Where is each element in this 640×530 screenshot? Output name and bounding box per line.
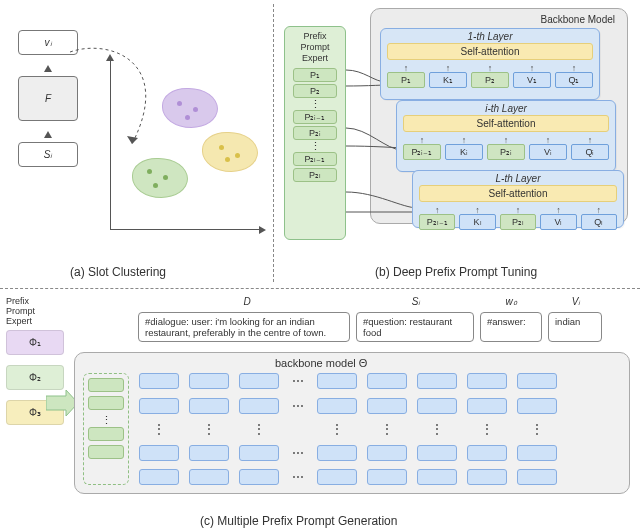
arrow-icon — [44, 65, 52, 72]
slot-Q: Qᵢ — [571, 144, 609, 160]
token — [517, 469, 557, 485]
token — [467, 373, 507, 389]
cluster-green — [132, 158, 188, 198]
slot-row: P₁ K₁ P₂ V₁ Q₁ — [381, 72, 599, 88]
token — [239, 445, 279, 461]
caption-a: (a) Slot Clustering — [70, 265, 166, 279]
expert-slot: P₂ₗ₋₁ — [293, 152, 337, 166]
label-D: D — [138, 296, 356, 307]
token — [317, 373, 357, 389]
grid-row: ⋯ — [139, 398, 621, 414]
cluster-purple — [162, 88, 218, 128]
prefix-expert-title: PrefixPromptExpert — [289, 31, 341, 64]
panel-b-deep-prefix: Backbone Model PrefixPromptExpert P₁ P₂ … — [280, 0, 638, 282]
token — [367, 373, 407, 389]
slot-P: P₂ᵢ — [487, 144, 525, 160]
slot-row: P₂ᵢ₋₁ Kᵢ P₂ᵢ Vᵢ Qᵢ — [397, 144, 615, 160]
divider-vertical — [273, 4, 274, 282]
token — [367, 445, 407, 461]
layer-1: 1-th Layer Self-attention ↑↑↑↑↑ P₁ K₁ P₂… — [380, 28, 600, 100]
expert-slot: P₂ₗ — [293, 168, 337, 182]
token — [467, 398, 507, 414]
label-V: Vᵢ — [546, 296, 606, 307]
slot-P: P₂ₗ — [500, 214, 536, 230]
label-S: Sᵢ — [356, 296, 476, 307]
slot-Q: Qₗ — [581, 214, 617, 230]
token — [239, 398, 279, 414]
token — [467, 469, 507, 485]
scatter-axes — [110, 60, 260, 230]
input-labels: D Sᵢ w₀ Vᵢ — [138, 296, 628, 307]
grid-vdot-row: ⋮⋮⋮ ⋮⋮⋮⋮⋮ — [139, 422, 621, 436]
arrow-row: ↑↑↑↑↑ — [397, 136, 615, 144]
slot-P: P₂ₗ₋₁ — [419, 214, 455, 230]
hdots: ⋯ — [289, 446, 307, 460]
caption-c: (c) Multiple Prefix Prompt Generation — [200, 514, 397, 528]
prefix-slot — [88, 427, 124, 441]
expert-slot: P₂ᵢ — [293, 126, 337, 140]
token — [417, 469, 457, 485]
slot-V: Vᵢ — [529, 144, 567, 160]
input-value: indian — [548, 312, 602, 342]
prefix-prompt-expert: PrefixPromptExpert P₁ P₂ ⋮ P₂ᵢ₋₁ P₂ᵢ ⋮ P… — [284, 26, 346, 240]
arrow-row: ↑↑↑↑↑ — [381, 64, 599, 72]
prefix-slot — [88, 445, 124, 459]
token — [139, 373, 179, 389]
divider-horizontal — [0, 288, 640, 289]
slot-K: Kᵢ — [445, 144, 483, 160]
vdots: ⋮ — [289, 142, 341, 150]
input-dialogue: #dialogue: user: i'm looking for an indi… — [138, 312, 350, 342]
slot-K: K₁ — [429, 72, 467, 88]
vdots: ⋮ — [289, 100, 341, 108]
inserted-prefix-column: ⋮ — [83, 373, 129, 485]
token — [189, 398, 229, 414]
grid-row: ⋯ — [139, 373, 621, 389]
expert-slot: P₂ᵢ₋₁ — [293, 110, 337, 124]
slot-row: P₂ₗ₋₁ Kₗ P₂ₗ Vₗ Qₗ — [413, 214, 623, 230]
token — [239, 373, 279, 389]
backbone-label: backbone model Θ — [275, 357, 367, 369]
slot-K: Kₗ — [459, 214, 495, 230]
token — [417, 445, 457, 461]
token — [139, 445, 179, 461]
slot-P: P₂ — [471, 72, 509, 88]
layer-L: L-th Layer Self-attention ↑↑↑↑↑ P₂ₗ₋₁ Kₗ… — [412, 170, 624, 228]
expert-slot: P₂ — [293, 84, 337, 98]
slot-P: P₁ — [387, 72, 425, 88]
layer-title: 1-th Layer — [381, 29, 599, 43]
expert-slot: P₁ — [293, 68, 337, 82]
hdots: ⋯ — [289, 470, 307, 484]
slot-V: V₁ — [513, 72, 551, 88]
layer-title: i-th Layer — [397, 101, 615, 115]
backbone-label: Backbone Model — [541, 14, 616, 25]
self-attention-bar: Self-attention — [419, 185, 617, 202]
layer-title: L-th Layer — [413, 171, 623, 185]
input-boxes: #dialogue: user: i'm looking for an indi… — [138, 312, 628, 342]
token — [417, 373, 457, 389]
token — [517, 445, 557, 461]
input-answer-prefix: #answer: — [480, 312, 542, 342]
slot-V: Vₗ — [540, 214, 576, 230]
self-attention-bar: Self-attention — [403, 115, 609, 132]
slot-Q: Q₁ — [555, 72, 593, 88]
prefix-slot — [88, 378, 124, 392]
token — [517, 373, 557, 389]
token — [317, 398, 357, 414]
token-grid: ⋯ ⋯ ⋮⋮⋮ ⋮⋮⋮⋮⋮ ⋯ — [139, 373, 621, 485]
token — [139, 469, 179, 485]
input-question: #question: restaurant food — [356, 312, 474, 342]
token — [467, 445, 507, 461]
token — [189, 469, 229, 485]
token — [139, 398, 179, 414]
cluster-yellow — [202, 132, 258, 172]
token — [367, 469, 407, 485]
arrow-row: ↑↑↑↑↑ — [413, 206, 623, 214]
grid-row: ⋯ — [139, 469, 621, 485]
hdots: ⋯ — [289, 399, 307, 413]
vdots: ⋮ — [88, 414, 124, 427]
prefix-slot — [88, 396, 124, 410]
caption-b: (b) Deep Prefix Prompt Tuning — [375, 265, 537, 279]
token — [417, 398, 457, 414]
token — [317, 469, 357, 485]
phi-1: Φ₁ — [6, 330, 64, 355]
